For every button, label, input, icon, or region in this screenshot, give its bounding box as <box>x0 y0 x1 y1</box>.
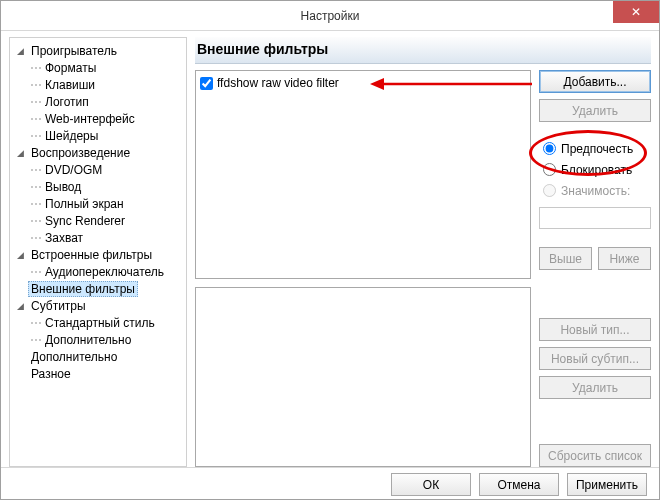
tree-leaf-icon: ⋯ <box>30 231 42 245</box>
tree-node[interactable]: Дополнительно <box>12 348 184 365</box>
tree-node-label: Проигрыватель <box>28 44 120 58</box>
tree-node-label: Аудиопереключатель <box>42 265 167 279</box>
tree-expand-icon: ◢ <box>14 300 26 312</box>
block-radio-row[interactable]: Блокировать <box>543 161 651 178</box>
tree-node[interactable]: ◢Субтитры <box>12 297 184 314</box>
ok-button[interactable]: ОК <box>391 473 471 496</box>
tree-node[interactable]: ⋯DVD/OGM <box>12 161 184 178</box>
tree-node[interactable]: ⋯Вывод <box>12 178 184 195</box>
annotation-arrow-icon <box>368 75 536 93</box>
tree-node[interactable]: ◢Проигрыватель <box>12 42 184 59</box>
tree-node-label: DVD/OGM <box>42 163 105 177</box>
merit-radio <box>543 184 556 197</box>
tree-node-label: Дополнительно <box>28 350 120 364</box>
tree-expand-icon: ◢ <box>14 249 26 261</box>
new-type-button: Новый тип... <box>539 318 651 341</box>
tree-spacer <box>14 283 26 295</box>
cancel-button[interactable]: Отмена <box>479 473 559 496</box>
tree-node-label: Web-интерфейс <box>42 112 138 126</box>
tree-spacer <box>14 368 26 380</box>
tree-leaf-icon: ⋯ <box>30 61 42 75</box>
tree-node[interactable]: ⋯Полный экран <box>12 195 184 212</box>
tree-leaf-icon: ⋯ <box>30 163 42 177</box>
tree-node-label: Логотип <box>42 95 92 109</box>
tree-leaf-icon: ⋯ <box>30 265 42 279</box>
tree-node[interactable]: Разное <box>12 365 184 382</box>
up-button: Выше <box>539 247 592 270</box>
reset-list-button: Сбросить список <box>539 444 651 467</box>
remove-button: Удалить <box>539 99 651 122</box>
tree-leaf-icon: ⋯ <box>30 112 42 126</box>
tree-node[interactable]: ⋯Форматы <box>12 59 184 76</box>
tree-node-label: Внешние фильтры <box>28 281 138 297</box>
svg-marker-1 <box>370 78 384 90</box>
apply-button[interactable]: Применить <box>567 473 647 496</box>
filter-label: ffdshow raw video filter <box>217 76 339 90</box>
merit-input[interactable] <box>539 207 651 229</box>
tree-expand-icon: ◢ <box>14 147 26 159</box>
tree-leaf-icon: ⋯ <box>30 214 42 228</box>
tree-node[interactable]: ⋯Sync Renderer <box>12 212 184 229</box>
tree-node-label: Клавиши <box>42 78 98 92</box>
new-subtype-button: Новый субтип... <box>539 347 651 370</box>
merit-radio-row: Значимость: <box>543 182 651 199</box>
titlebar: Настройки ✕ <box>1 1 659 31</box>
add-button[interactable]: Добавить... <box>539 70 651 93</box>
tree-node-label: Разное <box>28 367 74 381</box>
merit-label: Значимость: <box>561 184 630 198</box>
tree-node-label: Субтитры <box>28 299 89 313</box>
tree-node[interactable]: ◢Воспроизведение <box>12 144 184 161</box>
tree-node-label: Sync Renderer <box>42 214 128 228</box>
tree-node-label: Дополнительно <box>42 333 134 347</box>
right-pane: Внешние фильтры ffdshow raw video filter… <box>195 37 651 467</box>
tree-expand-icon: ◢ <box>14 45 26 57</box>
tree-node[interactable]: ◢Встроенные фильтры <box>12 246 184 263</box>
tree-node[interactable]: ⋯Логотип <box>12 93 184 110</box>
tree-node-label: Вывод <box>42 180 84 194</box>
tree-node-label: Полный экран <box>42 197 127 211</box>
prefer-label: Предпочесть <box>561 142 633 156</box>
tree-leaf-icon: ⋯ <box>30 95 42 109</box>
tree-node-label: Захват <box>42 231 86 245</box>
filter-checkbox[interactable] <box>200 77 213 90</box>
prefer-radio-row[interactable]: Предпочесть <box>543 140 651 157</box>
window-title: Настройки <box>301 9 360 23</box>
down-button: Ниже <box>598 247 651 270</box>
tree-node[interactable]: ⋯Захват <box>12 229 184 246</box>
tree-node-label: Воспроизведение <box>28 146 133 160</box>
tree-node[interactable]: ⋯Web-интерфейс <box>12 110 184 127</box>
tree-leaf-icon: ⋯ <box>30 180 42 194</box>
tree-node[interactable]: ⋯Аудиопереключатель <box>12 263 184 280</box>
tree-leaf-icon: ⋯ <box>30 129 42 143</box>
block-label: Блокировать <box>561 163 632 177</box>
tree-node[interactable]: ⋯Стандартный стиль <box>12 314 184 331</box>
tree-node-label: Стандартный стиль <box>42 316 158 330</box>
tree-node-label: Форматы <box>42 61 99 75</box>
tree-node[interactable]: ⋯Клавиши <box>12 76 184 93</box>
buttons-column: Добавить... Удалить Предпочесть Блокиров… <box>539 70 651 467</box>
filters-listbox[interactable]: ffdshow raw video filter <box>195 70 531 279</box>
subtypes-listbox[interactable] <box>195 287 531 467</box>
settings-tree[interactable]: ◢Проигрыватель⋯Форматы⋯Клавиши⋯Логотип⋯W… <box>9 37 187 467</box>
tree-spacer <box>14 351 26 363</box>
dialog-footer: ОК Отмена Применить <box>1 467 659 500</box>
section-title: Внешние фильтры <box>195 37 651 64</box>
tree-node-label: Встроенные фильтры <box>28 248 155 262</box>
close-button[interactable]: ✕ <box>613 1 659 23</box>
tree-leaf-icon: ⋯ <box>30 197 42 211</box>
tree-leaf-icon: ⋯ <box>30 78 42 92</box>
tree-node[interactable]: Внешние фильтры <box>12 280 184 297</box>
filter-mode-group: Предпочесть Блокировать Значимость: <box>539 138 651 201</box>
tree-node[interactable]: ⋯Шейдеры <box>12 127 184 144</box>
delete-button: Удалить <box>539 376 651 399</box>
close-icon: ✕ <box>631 5 641 19</box>
tree-leaf-icon: ⋯ <box>30 316 42 330</box>
tree-leaf-icon: ⋯ <box>30 333 42 347</box>
tree-node[interactable]: ⋯Дополнительно <box>12 331 184 348</box>
block-radio[interactable] <box>543 163 556 176</box>
tree-node-label: Шейдеры <box>42 129 101 143</box>
prefer-radio[interactable] <box>543 142 556 155</box>
